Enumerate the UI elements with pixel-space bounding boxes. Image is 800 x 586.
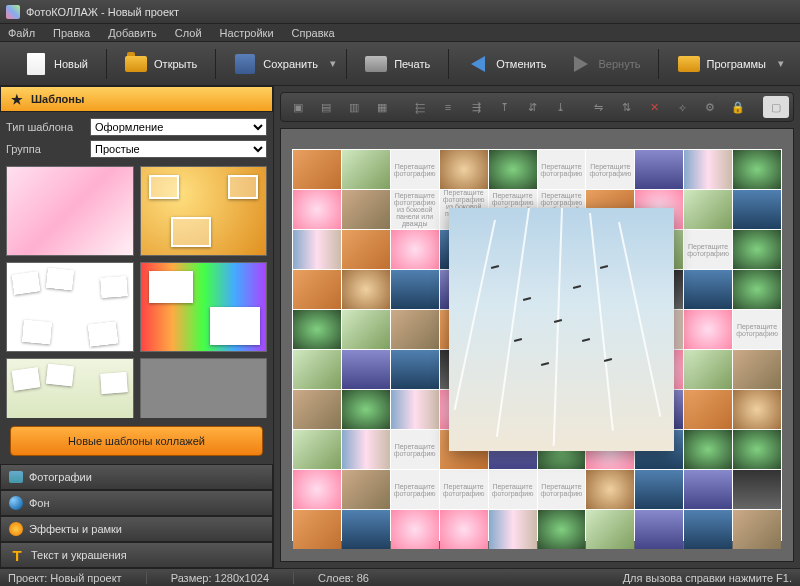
- collage-thumb[interactable]: [489, 510, 537, 549]
- save-dropdown[interactable]: ▾: [330, 57, 336, 70]
- panel-text[interactable]: T Текст и украшения: [0, 542, 273, 568]
- collage-placeholder[interactable]: Перетащите фотографию: [391, 150, 439, 189]
- collage-placeholder[interactable]: Перетащите фотографию: [538, 470, 586, 509]
- collage-thumb[interactable]: [342, 390, 390, 429]
- collage-thumb[interactable]: [489, 150, 537, 189]
- template-item[interactable]: [140, 166, 268, 256]
- type-select[interactable]: Оформление: [90, 118, 267, 136]
- collage-thumb[interactable]: [635, 150, 683, 189]
- collage-thumb[interactable]: [538, 510, 586, 549]
- menu-file[interactable]: Файл: [4, 26, 39, 40]
- collage-thumb[interactable]: [391, 310, 439, 349]
- collage-thumb[interactable]: [293, 190, 341, 229]
- collage-thumb[interactable]: [293, 430, 341, 469]
- collage-thumb[interactable]: [586, 470, 634, 509]
- collage-thumb[interactable]: [733, 430, 781, 469]
- menu-edit[interactable]: Правка: [49, 26, 94, 40]
- collage-thumb[interactable]: [684, 310, 732, 349]
- collage-thumb[interactable]: [342, 150, 390, 189]
- collage-thumb[interactable]: [342, 190, 390, 229]
- collage-thumb[interactable]: [684, 350, 732, 389]
- group-select[interactable]: Простые: [90, 140, 267, 158]
- open-button[interactable]: Открыть: [116, 48, 205, 80]
- collage-thumb[interactable]: [733, 510, 781, 549]
- menu-help[interactable]: Справка: [288, 26, 339, 40]
- collage-thumb[interactable]: [342, 350, 390, 389]
- collage-thumb[interactable]: [733, 150, 781, 189]
- collage-thumb[interactable]: [635, 510, 683, 549]
- template-item[interactable]: [140, 358, 268, 418]
- apps-button[interactable]: Программы: [669, 48, 774, 80]
- collage-thumb[interactable]: [733, 230, 781, 269]
- hero-image[interactable]: [449, 208, 674, 451]
- collage-thumb[interactable]: [391, 510, 439, 549]
- align-middle-button[interactable]: ⇵: [519, 96, 545, 118]
- collage-thumb[interactable]: [733, 390, 781, 429]
- collage-placeholder[interactable]: Перетащите фотографию: [489, 470, 537, 509]
- panel-templates[interactable]: ★ Шаблоны: [0, 86, 273, 112]
- collage-thumb[interactable]: [391, 390, 439, 429]
- crop-button[interactable]: ⟡: [669, 96, 695, 118]
- collage-thumb[interactable]: [293, 470, 341, 509]
- align-right-button[interactable]: ⇶: [463, 96, 489, 118]
- panel-photos[interactable]: Фотографии: [0, 464, 273, 490]
- redo-button[interactable]: Вернуть: [561, 48, 649, 80]
- panel-background[interactable]: Фон: [0, 490, 273, 516]
- collage-placeholder[interactable]: Перетащите фотографию: [440, 470, 488, 509]
- collage-thumb[interactable]: [684, 150, 732, 189]
- apps-dropdown[interactable]: ▾: [778, 57, 784, 70]
- collage-thumb[interactable]: [293, 230, 341, 269]
- menu-layer[interactable]: Слой: [171, 26, 206, 40]
- collage-thumb[interactable]: [293, 390, 341, 429]
- collage-thumb[interactable]: [391, 230, 439, 269]
- blank-button[interactable]: ▢: [763, 96, 789, 118]
- collage-thumb[interactable]: [293, 270, 341, 309]
- collage-thumb[interactable]: [684, 190, 732, 229]
- collage-thumb[interactable]: [684, 390, 732, 429]
- flip-v-button[interactable]: ⇅: [613, 96, 639, 118]
- collage-thumb[interactable]: [391, 350, 439, 389]
- lock-button[interactable]: 🔒: [725, 96, 751, 118]
- send-back-button[interactable]: ▦: [369, 96, 395, 118]
- align-top-button[interactable]: ⤒: [491, 96, 517, 118]
- collage-thumb[interactable]: [684, 470, 732, 509]
- collage-thumb[interactable]: [342, 270, 390, 309]
- align-left-button[interactable]: ⬱: [407, 96, 433, 118]
- canvas-viewport[interactable]: Перетащите фотографию Перетащите фотогра…: [280, 128, 794, 562]
- collage-thumb[interactable]: [733, 470, 781, 509]
- collage-thumb[interactable]: [635, 470, 683, 509]
- new-templates-button[interactable]: Новые шаблоны коллажей: [10, 426, 263, 456]
- collage-thumb[interactable]: [733, 350, 781, 389]
- collage-placeholder[interactable]: Перетащите фотографию: [733, 310, 781, 349]
- collage-thumb[interactable]: [293, 350, 341, 389]
- collage-thumb[interactable]: [684, 270, 732, 309]
- collage-placeholder[interactable]: Перетащите фотографию: [391, 470, 439, 509]
- collage-thumb[interactable]: [733, 190, 781, 229]
- align-bottom-button[interactable]: ⤓: [547, 96, 573, 118]
- collage-thumb[interactable]: [684, 430, 732, 469]
- collage-thumb[interactable]: [342, 230, 390, 269]
- collage-thumb[interactable]: [440, 510, 488, 549]
- settings-button[interactable]: ⚙: [697, 96, 723, 118]
- collage-thumb[interactable]: [391, 270, 439, 309]
- collage-thumb[interactable]: [733, 270, 781, 309]
- collage-thumb[interactable]: [293, 510, 341, 549]
- print-button[interactable]: Печать: [356, 48, 438, 80]
- delete-button[interactable]: ✕: [641, 96, 667, 118]
- undo-button[interactable]: Отменить: [458, 48, 554, 80]
- collage-thumb[interactable]: [586, 510, 634, 549]
- collage-placeholder[interactable]: Перетащите фотографию: [391, 430, 439, 469]
- send-backward-button[interactable]: ▥: [341, 96, 367, 118]
- template-item[interactable]: [140, 262, 268, 352]
- collage-thumb[interactable]: [342, 430, 390, 469]
- collage-thumb[interactable]: [293, 310, 341, 349]
- template-item[interactable]: [6, 262, 134, 352]
- collage-placeholder[interactable]: Перетащите фотографию: [586, 150, 634, 189]
- align-center-button[interactable]: ≡: [435, 96, 461, 118]
- new-button[interactable]: Новый: [16, 48, 96, 80]
- collage-thumb[interactable]: [293, 150, 341, 189]
- menu-add[interactable]: Добавить: [104, 26, 161, 40]
- collage-thumb[interactable]: [684, 510, 732, 549]
- flip-h-button[interactable]: ⇋: [585, 96, 611, 118]
- collage-placeholder[interactable]: Перетащите фотографию: [538, 150, 586, 189]
